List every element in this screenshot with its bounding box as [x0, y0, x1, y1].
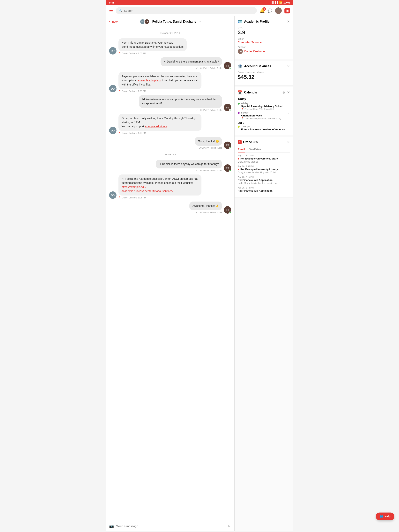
check-icon: ✓ [196, 67, 198, 69]
advisor-avatar-msg1: DD [109, 47, 116, 55]
chat-icon: 💬 [268, 9, 272, 13]
online-indicator [229, 67, 231, 69]
unread-dot [238, 158, 239, 159]
msg-content-1: Hey! This is Daniel Dushane, your adviso… [118, 38, 187, 55]
calendar-title: 📅 Calendar [238, 90, 257, 95]
bubble-9: Awesome, thanks! 🙏 [189, 202, 222, 210]
student-avatar-msg9: FT [224, 206, 231, 214]
message-row: FT Hi Daniel, is there anyway we can go … [109, 160, 231, 172]
advisor-row: DD Daniel Dushane [238, 49, 290, 54]
status-time: 9:41 [109, 1, 114, 4]
back-link[interactable]: < Inbox [109, 20, 118, 23]
msg-meta-9: ✓ 1:01 PM ✈ Felicia Tuttle [189, 211, 222, 214]
chat-panel: < Inbox DD FT Felicia Tuttle, Daniel Dus… [106, 16, 235, 531]
send-icon: ✈ [207, 67, 209, 69]
event-info: 9:00am Orientation Week 📍1015 Philadelph… [241, 111, 286, 120]
chevron-left-icon: < [109, 20, 111, 23]
calendar-header: 📅 Calendar ⚙ ✕ [238, 90, 290, 95]
msg-content-6: Got it, thanks! 😊 ✓ 1:01 PM ✈ Felicia Tu… [195, 137, 222, 149]
message-row: FT Awesome, thanks! 🙏 ✓ 1:01 PM ✈ Felici… [109, 202, 231, 214]
msg-meta-4: ✓ 1:01 PM ✈ Felicia Tuttle [139, 109, 222, 111]
event-info: All day Special Assembly/Advisory Sched.… [241, 102, 286, 110]
video-icon[interactable]: 📷 [109, 524, 114, 528]
location-pin-icon: 📍 [241, 108, 244, 110]
event-info: 12:00pm Future Business Leaders of Ameri… [241, 125, 290, 131]
message-row: DD Great, we have daily walking tours Mo… [109, 114, 231, 134]
send-icon: ✈ [207, 109, 209, 111]
check-icon: ✓ [196, 211, 198, 214]
chevron-right-icon: > [199, 20, 200, 23]
search-icon: 🔍 [118, 9, 122, 13]
calendar-event: All day Special Assembly/Advisory Sched.… [238, 102, 290, 110]
office365-close[interactable]: ✕ [287, 140, 290, 144]
account-balances-close[interactable]: ✕ [287, 64, 290, 68]
online-indicator [229, 147, 231, 149]
check-icon: ✓ [196, 146, 198, 149]
academic-profile-title: 🪪 Academic Profile [238, 19, 270, 24]
calendar-icon: 📅 [238, 90, 243, 95]
account-balances-title: 🏦 Account Balances [238, 64, 271, 69]
email-item[interactable]: Aug 27, 8:41 AM Re: Example University L… [238, 154, 290, 163]
chat-messages[interactable]: October 21, 2019 DD Hey! This is Daniel … [106, 27, 234, 521]
check-icon: ✓ [196, 109, 198, 111]
msg-content-8: Hi Felicia, the Academic Success Center … [118, 174, 201, 199]
msg-content-3: Payment plans are available for the curr… [118, 72, 201, 92]
bubble-1: Hey! This is Daniel Dushane, your adviso… [118, 38, 187, 51]
calendar-settings-icon[interactable]: ⚙ [282, 91, 285, 95]
notification-button[interactable]: 🔔 3 [259, 8, 265, 13]
email-item[interactable]: Aug 25, 1:43 PM Re: Financial Aid Applic… [238, 187, 290, 192]
search-bar[interactable]: 🔍 [116, 7, 257, 14]
payment-plans-link[interactable]: example.edu/plans [138, 79, 161, 82]
calendar-close[interactable]: ✕ [287, 90, 290, 95]
academic-profile-section: 🪪 Academic Profile ✕ GPA 3.9 Major Compu… [235, 16, 293, 59]
nav-icons: 🔔 3 💬 FT ▣ [259, 7, 290, 14]
major-field: Major Computer Science [238, 38, 290, 44]
unread-dot [238, 169, 239, 170]
campus-balance-field: Campus account balance $45.32 [238, 71, 290, 80]
search-input[interactable] [124, 9, 254, 12]
send-icon: ✈ [207, 146, 209, 149]
msg-content-7: Hi Daniel, is there anyway we can go for… [156, 160, 222, 172]
next-date-label: Jul 3 [238, 121, 290, 124]
top-nav: ☰ 🔍 🔔 3 💬 FT ▣ [106, 5, 293, 16]
app-icon[interactable]: ▣ [284, 8, 290, 13]
sender-name-1: Daniel Dushane [122, 52, 137, 55]
back-label[interactable]: Inbox [111, 20, 118, 23]
message-row: FT Hi Daniel. Are there payment plans av… [109, 57, 231, 69]
email-item[interactable]: Aug 25, 2:15 PM Re: Financial Aid Applic… [238, 176, 290, 185]
academic-profile-close[interactable]: ✕ [287, 19, 290, 24]
signal-icon: ▐▐▐▐ [271, 1, 278, 4]
user-avatar[interactable]: FT [275, 7, 282, 14]
msg-content-9: Awesome, thanks! 🙏 ✓ 1:01 PM ✈ Felicia T… [189, 202, 222, 214]
hamburger-icon[interactable]: ☰ [109, 8, 113, 13]
academic-profile-header: 🪪 Academic Profile ✕ [238, 19, 290, 24]
location-pin-icon: 📍 [241, 117, 244, 120]
bubble-2: Hi Daniel. Are there payment plans avail… [161, 57, 222, 66]
chat-input-bar: 📷 ► [106, 521, 234, 531]
advisor-avatar-msg8: DD [109, 191, 116, 199]
bubble-6: Got it, thanks! 😊 [195, 137, 222, 146]
calendar-event: 12:00pm Future Business Leaders of Ameri… [238, 125, 290, 131]
email-item[interactable]: Aug 26, 3:53 PM Re: Example University L… [238, 165, 290, 174]
message-input[interactable] [116, 524, 225, 528]
balance-icon: 🏦 [238, 64, 243, 69]
office365-icon: O [238, 140, 242, 144]
advisor-avatar-msg3: DD [109, 85, 116, 92]
msg-content-5: Great, we have daily walking tours Monda… [118, 114, 201, 134]
notification-badge: 3 [263, 7, 266, 11]
time-1: 1:08 PM [138, 52, 146, 55]
tours-link[interactable]: example.edu/tours [145, 125, 167, 128]
online-indicator [229, 211, 231, 213]
account-balances-section: 🏦 Account Balances ✕ Campus account bala… [235, 61, 293, 85]
msg-meta-6: ✓ 1:01 PM ✈ Felicia Tuttle [195, 146, 222, 149]
tab-email[interactable]: Email [238, 147, 245, 152]
tab-onedrive[interactable]: OneDrive [249, 147, 261, 152]
expand-icon[interactable]: ⌄ [288, 111, 290, 114]
msg-meta-8: 📍 Daniel Dushane 1:08 PM [118, 196, 201, 199]
app-logo-icon: ▣ [286, 9, 289, 13]
expand-icon[interactable]: ⌄ [288, 102, 290, 105]
asc-link[interactable]: https://example.edu/academic-success-cen… [122, 185, 173, 193]
office365-tabs: Email OneDrive [238, 147, 290, 152]
send-button[interactable]: ► [227, 524, 231, 528]
chat-button[interactable]: 💬 [268, 8, 272, 13]
